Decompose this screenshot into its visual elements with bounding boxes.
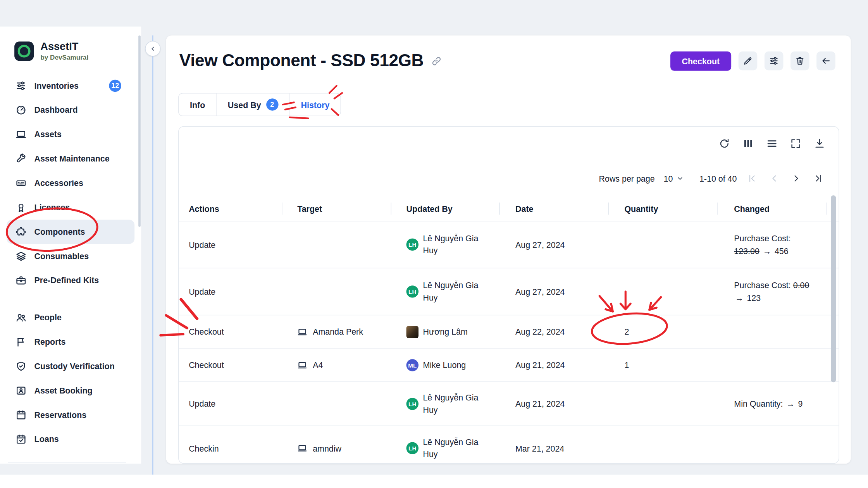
table-row: Update LH Lê Nguyễn Gia Huy Aug 21, 2024… bbox=[179, 382, 839, 426]
sidebar-collapse-button[interactable] bbox=[145, 41, 160, 57]
changed-cell: Purchase Cost: 0.00 → 123 bbox=[717, 268, 839, 315]
fullscreen-icon bbox=[790, 137, 802, 149]
sidebar: AssetIT by DevSamurai Inventories 12 Das… bbox=[0, 27, 141, 464]
edit-button[interactable] bbox=[739, 52, 758, 70]
action-cell: Update bbox=[179, 268, 282, 315]
assets-icon bbox=[16, 129, 27, 140]
table-row: Checkin amndiw LH Lê Nguyễn Gia Huy Mar … bbox=[179, 426, 839, 464]
header-actions: Checkout bbox=[670, 51, 835, 70]
sidebar-item-inventories[interactable]: Inventories 12 bbox=[7, 74, 134, 98]
tab-info[interactable]: Info bbox=[178, 93, 217, 116]
download-button[interactable] bbox=[814, 137, 825, 149]
quantity-cell bbox=[608, 382, 717, 426]
column-header-target[interactable]: Target bbox=[282, 196, 391, 221]
sidebar-item-asset-maintenance[interactable]: Asset Maintenance bbox=[7, 146, 134, 171]
next-page-button[interactable] bbox=[788, 170, 804, 187]
last-page-button[interactable] bbox=[810, 170, 827, 187]
pagination-range: 1-10 of 40 bbox=[699, 174, 737, 183]
rows-per-page-select[interactable]: 10 bbox=[663, 174, 685, 183]
sidebar-item-asset-booking[interactable]: Asset Booking bbox=[7, 378, 134, 403]
dashboard-icon bbox=[16, 105, 27, 116]
screen: AssetIT by DevSamurai Inventories 12 Das… bbox=[0, 0, 868, 488]
date-cell: Mar 21, 2024 bbox=[499, 426, 608, 464]
people-icon bbox=[16, 312, 27, 323]
edit-icon bbox=[743, 56, 753, 66]
asset-maintenance-icon bbox=[16, 153, 27, 165]
sidebar-item-accessories[interactable]: Accessories bbox=[7, 171, 134, 195]
target-cell bbox=[282, 382, 391, 426]
sidebar-nav: Inventories 12 Dashboard Assets Asset Ma… bbox=[0, 74, 141, 452]
panel-resizer[interactable] bbox=[152, 35, 153, 474]
previous-page-button[interactable] bbox=[766, 170, 782, 187]
refresh-button[interactable] bbox=[718, 137, 730, 149]
nav-group-gap bbox=[7, 293, 134, 306]
download-icon bbox=[814, 137, 825, 149]
avatar-photo bbox=[406, 326, 418, 338]
date-cell: Aug 22, 2024 bbox=[499, 315, 608, 348]
filter-button[interactable] bbox=[765, 52, 784, 70]
table-scrollbar[interactable] bbox=[831, 195, 836, 382]
table-row: Update LH Lê Nguyễn Gia Huy Aug 27, 2024… bbox=[179, 221, 839, 268]
accessories-icon bbox=[16, 177, 27, 189]
filter-icon bbox=[769, 56, 779, 66]
sidebar-scrollbar[interactable] bbox=[138, 35, 141, 227]
column-header-date[interactable]: Date bbox=[499, 196, 608, 221]
quantity-cell bbox=[608, 268, 717, 315]
column-header-quantity[interactable]: Quantity bbox=[608, 196, 717, 221]
used-by-count-badge: 2 bbox=[266, 98, 278, 110]
inventories-count-badge: 12 bbox=[109, 80, 121, 92]
action-cell: Checkout bbox=[179, 315, 282, 348]
sidebar-item-reports[interactable]: Reports bbox=[7, 330, 134, 354]
updated-by-cell: Hương Lâm bbox=[391, 315, 499, 348]
checkout-button[interactable]: Checkout bbox=[670, 51, 732, 70]
tab-history[interactable]: History bbox=[290, 93, 341, 116]
table-row: Checkout A4 ML Mike Luong Aug 21, 2024 1 bbox=[179, 349, 839, 382]
page-title: View Component - SSD 512GB bbox=[179, 51, 424, 70]
sidebar-bottom-divider bbox=[8, 462, 126, 463]
fullscreen-button[interactable] bbox=[790, 137, 802, 149]
avatar: LH bbox=[406, 285, 418, 297]
updated-by-cell: ML Mike Luong bbox=[391, 349, 499, 381]
consumables-icon bbox=[16, 251, 27, 262]
asset-icon bbox=[297, 443, 307, 453]
sidebar-item-consumables[interactable]: Consumables bbox=[7, 244, 134, 268]
return-icon bbox=[821, 56, 831, 66]
first-page-button[interactable] bbox=[744, 170, 760, 187]
previous-page-icon bbox=[769, 173, 779, 183]
avatar: LH bbox=[406, 397, 418, 409]
sidebar-item-predefined-kits[interactable]: Pre-Defined Kits bbox=[7, 268, 134, 293]
refresh-icon bbox=[718, 137, 730, 149]
columns-button[interactable] bbox=[742, 137, 754, 149]
delete-button[interactable] bbox=[790, 52, 809, 70]
updated-by-cell: LH Lê Nguyễn Gia Huy bbox=[391, 426, 499, 464]
density-button[interactable] bbox=[766, 137, 778, 149]
sidebar-item-dashboard[interactable]: Dashboard bbox=[7, 98, 134, 122]
action-cell: Checkout bbox=[179, 349, 282, 381]
app-name: AssetIT bbox=[40, 41, 88, 53]
sidebar-item-people[interactable]: People bbox=[7, 305, 134, 330]
target-cell: amndiw bbox=[282, 426, 391, 464]
sidebar-item-loans[interactable]: Loans bbox=[7, 427, 134, 452]
column-header-updated-by[interactable]: Updated By bbox=[391, 196, 499, 221]
target-cell bbox=[282, 221, 391, 268]
logo-ring-icon bbox=[18, 45, 31, 58]
link-icon[interactable] bbox=[431, 56, 442, 66]
reservations-icon bbox=[16, 409, 27, 421]
updated-by-cell: LH Lê Nguyễn Gia Huy bbox=[391, 382, 499, 426]
sidebar-item-licenses[interactable]: Licenses bbox=[7, 195, 134, 220]
changed-cell: Purchase Cost: 123.00 → 456 bbox=[717, 221, 839, 268]
app-logo-row: AssetIT by DevSamurai bbox=[0, 27, 141, 62]
tab-used-by[interactable]: Used By2 bbox=[217, 93, 290, 116]
sidebar-item-custody-verification[interactable]: Custody Verification bbox=[7, 354, 134, 378]
date-cell: Aug 27, 2024 bbox=[499, 268, 608, 315]
sidebar-item-components[interactable]: Components bbox=[7, 220, 134, 244]
sidebar-item-reservations[interactable]: Reservations bbox=[7, 403, 134, 427]
column-header-changed[interactable]: Changed bbox=[717, 196, 839, 221]
column-header-actions[interactable]: Actions bbox=[179, 196, 282, 221]
predefined-kits-icon bbox=[16, 275, 27, 286]
back-button[interactable] bbox=[816, 52, 835, 70]
sidebar-item-assets[interactable]: Assets bbox=[7, 122, 134, 147]
avatar: LH bbox=[406, 442, 418, 454]
delete-icon bbox=[795, 56, 805, 66]
pagination-bar: Rows per page 10 1-10 of 40 bbox=[179, 160, 839, 196]
